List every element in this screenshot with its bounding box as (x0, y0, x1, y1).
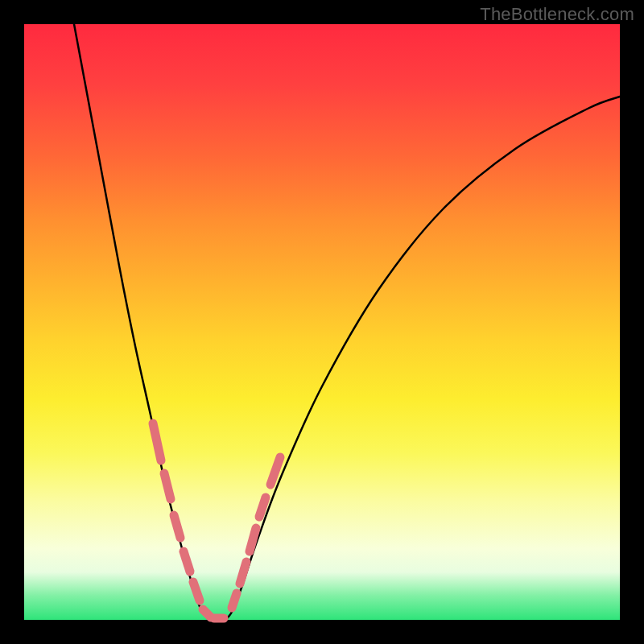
right-curve-beads-segment (259, 497, 266, 517)
left-curve-beads-segment (164, 473, 171, 499)
right-curve-beads-segment (240, 562, 246, 584)
series-group (74, 24, 620, 620)
chart-container: TheBottleneck.com (0, 0, 644, 644)
left-curve-beads-segment (174, 515, 180, 538)
right-curve-beads-segment (250, 528, 256, 551)
left-curve-beads-segment (184, 551, 190, 572)
markers-group (153, 423, 280, 618)
curves-svg (24, 24, 620, 620)
watermark-text: TheBottleneck.com (480, 4, 634, 25)
right-curve-beads-segment (232, 593, 237, 608)
plot-area (24, 24, 620, 620)
right-curve (225, 97, 620, 620)
left-curve (74, 24, 209, 620)
left-curve-beads-segment (193, 582, 200, 601)
valley-beads-segment (203, 609, 211, 617)
left-curve-beads-segment (153, 423, 161, 460)
